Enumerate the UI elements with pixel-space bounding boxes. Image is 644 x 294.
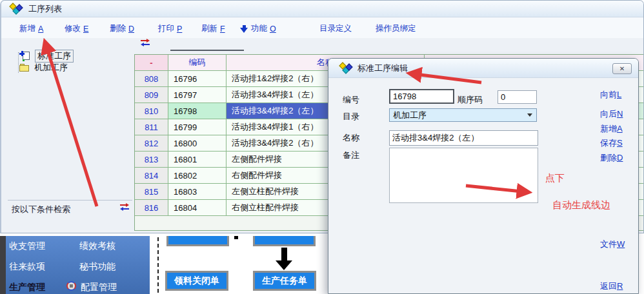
close-icon[interactable]: ✕ bbox=[612, 63, 632, 74]
standard-process-edit-dialog: 标准工序编辑 ✕ 编号 顺序码 目录 机加工序 名称 备注 向前L 向后N 新增… bbox=[328, 58, 639, 294]
background-left-edge bbox=[0, 236, 6, 294]
forward-button[interactable]: 向前L bbox=[600, 89, 621, 101]
window-title: 工序列表 bbox=[28, 3, 62, 15]
menu-item-accounts[interactable]: 往来款项 bbox=[9, 261, 45, 273]
flowchart-dashed-line bbox=[157, 237, 159, 293]
toolbar-catalog-define-button[interactable]: 目录定义 bbox=[319, 23, 352, 34]
tree-item-machining-process[interactable]: 机加工序 bbox=[19, 62, 68, 74]
flow-box-production-task[interactable]: 生产任务单 bbox=[253, 271, 316, 291]
menu-item-production[interactable]: 生产管理 bbox=[9, 282, 45, 293]
menu-item-secretary[interactable]: 秘书功能 bbox=[79, 261, 116, 273]
toolbar-edit-button[interactable]: 修改E bbox=[65, 23, 88, 34]
toolbar-delete-button[interactable]: 删除D bbox=[110, 23, 134, 34]
note-textarea[interactable] bbox=[389, 148, 538, 203]
toolbar-operator-bind-button[interactable]: 操作员绑定 bbox=[376, 23, 416, 34]
header-dash[interactable]: - bbox=[135, 55, 168, 71]
filter-label: 按以下条件检索 bbox=[12, 204, 70, 215]
toolbar-refresh-button[interactable]: 刷新F bbox=[201, 23, 225, 34]
toolbar-function-button[interactable]: 功能O bbox=[240, 23, 276, 34]
grid-swap-icon[interactable] bbox=[140, 39, 150, 46]
menu-item-income-expense[interactable]: 收支管理 bbox=[9, 240, 45, 252]
tree-connector bbox=[18, 52, 19, 73]
flow-down-arrow-icon bbox=[281, 248, 287, 261]
dialog-titlebar[interactable]: 标准工序编辑 bbox=[328, 59, 638, 78]
add-button[interactable]: 新增A bbox=[600, 123, 623, 135]
save-button[interactable]: 保存S bbox=[600, 137, 623, 149]
panel-divider bbox=[8, 200, 132, 201]
app-diamonds-icon bbox=[9, 3, 23, 15]
file-button[interactable]: 文件W bbox=[600, 239, 625, 250]
flow-box-partial[interactable] bbox=[253, 236, 316, 246]
menu-item-configuration[interactable]: 配置管理 bbox=[81, 282, 117, 293]
filter-swap-icon[interactable] bbox=[119, 203, 130, 211]
catalog-label: 目录 bbox=[343, 111, 359, 122]
dialog-title: 标准工序编辑 bbox=[357, 63, 408, 74]
flow-down-arrow-head bbox=[276, 260, 292, 270]
sequence-input[interactable] bbox=[498, 90, 537, 104]
window-titlebar[interactable]: 工序列表 bbox=[1, 1, 643, 17]
toolbar-print-button[interactable]: 打印P bbox=[158, 23, 182, 34]
backward-button[interactable]: 向后N bbox=[600, 108, 623, 120]
flow-box-partial[interactable] bbox=[166, 236, 229, 246]
down-arrow-icon bbox=[240, 25, 248, 33]
name-label: 名称 bbox=[343, 132, 359, 144]
catalog-dropdown[interactable]: 机加工序 bbox=[389, 108, 537, 122]
dropdown-arrow-icon bbox=[527, 113, 532, 117]
return-button[interactable]: 返回R bbox=[600, 280, 623, 292]
toolbar: 新增A 修改E 删除D 打印P 刷新F 功能O 目录定义 操作员绑定 bbox=[1, 17, 643, 38]
code-label: 编号 bbox=[343, 94, 359, 106]
menu-item-performance[interactable]: 绩效考核 bbox=[79, 240, 116, 252]
grid-underline bbox=[170, 50, 244, 51]
config-gear-icon bbox=[66, 281, 76, 291]
name-input[interactable] bbox=[389, 130, 538, 146]
flow-box-material-close[interactable]: 领料关闭单 bbox=[165, 271, 228, 291]
main-menu-panel: 收支管理 绩效考核 往来款项 秘书功能 生产管理 配置管理 bbox=[6, 236, 150, 294]
folder-icon bbox=[19, 64, 30, 72]
document-plus-icon bbox=[19, 51, 31, 61]
header-code[interactable]: 编码 bbox=[168, 55, 226, 71]
note-label: 备注 bbox=[343, 150, 359, 161]
tree-item-standard-process[interactable]: 标准工序 bbox=[19, 50, 74, 63]
screen: 工序列表 新增A 修改E 删除D 打印P 刷新F 功能O 目录定义 操作员绑定 … bbox=[0, 0, 644, 294]
code-input[interactable] bbox=[389, 89, 454, 104]
sequence-label: 顺序码 bbox=[458, 94, 483, 106]
delete-button[interactable]: 删除D bbox=[600, 152, 623, 164]
toolbar-add-button[interactable]: 新增A bbox=[19, 23, 43, 34]
dialog-diamonds-icon bbox=[339, 62, 353, 75]
flow-arrow-fragment bbox=[234, 236, 238, 239]
